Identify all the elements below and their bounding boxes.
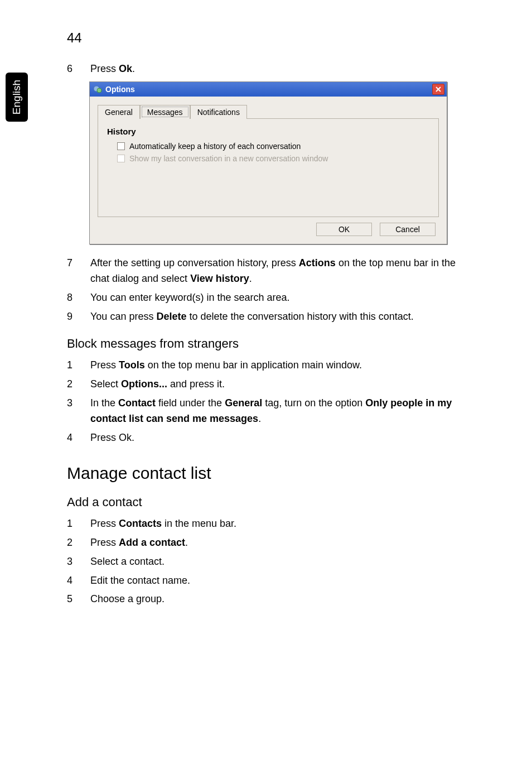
text: to delete the conversation history with … [186,311,413,322]
heading-block-strangers: Block messages from strangers [67,337,457,351]
checkbox-show-last-convo: Show my last conversation in a new conve… [117,154,429,163]
dialog-button-row: OK Cancel [98,217,439,238]
step-text: Press Tools on the top menu bar in appli… [90,358,362,373]
dialog-title: Options [105,85,135,94]
checkbox-icon [117,142,125,150]
text: in the menu bar. [162,518,236,529]
step-text: Choose a group. [90,592,165,607]
svg-point-1 [97,88,101,93]
step-text: In the Contact field under the General t… [90,396,457,427]
step-d4: 4 Edit the contact name. [67,573,457,589]
tab-general[interactable]: General [98,105,140,119]
step-number: 4 [67,430,77,446]
text-bold: Contact [118,397,156,409]
step-text: Press Add a contact. [90,535,188,551]
step-text: After the setting up conversation histor… [90,256,457,287]
steps-list-b: 7 After the setting up conversation hist… [67,256,457,325]
language-side-tab: English [6,73,28,122]
text: field under the [156,397,225,409]
text: . [258,413,261,424]
step-8: 8 You can enter keyword(s) in the search… [67,290,457,306]
text: Press [90,359,119,371]
step-c3: 3 In the Contact field under the General… [67,396,457,427]
heading-manage-contact-list: Manage contact list [67,464,457,483]
cancel-button[interactable]: Cancel [380,223,436,236]
page: 44 English 6 Press Ok. Options [0,0,532,764]
text: Press [90,63,119,74]
step-number: 4 [67,573,77,589]
steps-list-c: 1 Press Tools on the top menu bar in app… [67,358,457,445]
tab-panel-messages: History Automatically keep a history of … [98,118,439,217]
text-bold: Add a contact [119,537,185,548]
text: Press [90,537,119,548]
step-number: 1 [67,516,77,532]
text: Press [90,518,119,529]
text: on the top menu bar in application main … [145,359,362,371]
checkbox-label: Show my last conversation in a new conve… [129,154,328,163]
content-area: 6 Press Ok. Options [67,61,457,611]
text: After the setting up conversation histor… [90,257,299,268]
ok-button[interactable]: OK [316,223,372,236]
checkbox-keep-history[interactable]: Automatically keep a history of each con… [117,142,429,151]
step-number: 2 [67,535,77,551]
steps-list-a: 6 Press Ok. [67,61,457,77]
text-bold: Contacts [119,518,162,529]
step-number: 7 [67,256,77,287]
step-c1: 1 Press Tools on the top menu bar in app… [67,358,457,373]
dialog-titlebar: Options [90,82,447,97]
page-number: 44 [67,30,82,46]
step-d2: 2 Press Add a contact. [67,535,457,551]
step-number: 3 [67,554,77,570]
step-c2: 2 Select Options... and press it. [67,377,457,392]
tab-notifications[interactable]: Notifications [190,105,247,119]
text-bold: Tools [119,359,145,371]
tab-messages[interactable]: Messages [140,105,190,119]
heading-add-a-contact: Add a contact [67,495,457,510]
text-bold: View history [190,273,249,284]
text-bold: Delete [156,311,186,322]
step-text: Select Options... and press it. [90,377,225,392]
step-9: 9 You can press Delete to delete the con… [67,309,457,325]
step-number: 6 [67,61,77,77]
text-bold: Ok [119,63,132,74]
text: . [249,273,252,284]
close-icon [436,87,441,92]
titlebar-left: Options [93,85,135,94]
dialog-tabs: General Messages Notifications [98,104,439,118]
step-c4: 4 Press Ok. [67,430,457,446]
step-text: Press Ok. [90,430,134,446]
step-number: 3 [67,396,77,427]
step-text: Press Ok. [90,61,135,77]
step-6: 6 Press Ok. [67,61,457,77]
text-bold: Actions [299,257,336,268]
step-d3: 3 Select a contact. [67,554,457,570]
text: In the [90,397,118,409]
step-d1: 1 Press Contacts in the menu bar. [67,516,457,532]
dialog-body: General Messages Notifications History A… [90,97,447,244]
text-bold: Options... [121,378,167,390]
steps-list-d: 1 Press Contacts in the menu bar. 2 Pres… [67,516,457,607]
language-label: English [11,80,23,114]
step-number: 5 [67,592,77,607]
checkbox-label: Automatically keep a history of each con… [129,142,301,151]
step-number: 2 [67,377,77,392]
text: Select [90,378,121,390]
step-text: Select a contact. [90,554,165,570]
text: You can press [90,311,156,322]
text: and press it. [167,378,225,390]
section-history-title: History [107,127,429,136]
step-text: You can enter keyword(s) in the search a… [90,290,290,306]
options-dialog-screenshot: Options General Messages Notifications H… [89,81,447,244]
text-bold: General [225,397,262,409]
step-text: Press Contacts in the menu bar. [90,516,236,532]
step-number: 1 [67,358,77,373]
text: . [132,63,135,74]
step-number: 8 [67,290,77,306]
checkbox-icon [117,155,125,162]
text: . [185,537,188,548]
step-text: You can press Delete to delete the conve… [90,309,414,325]
app-icon [93,85,102,94]
text: tag, turn on the option [262,397,365,409]
close-button[interactable] [432,84,444,95]
step-d5: 5 Choose a group. [67,592,457,607]
